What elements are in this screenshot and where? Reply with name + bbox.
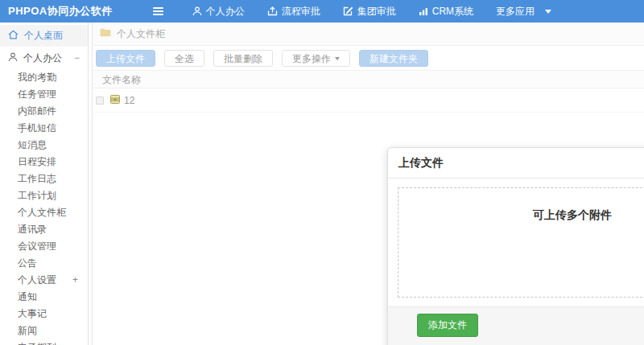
sidebar-group-label: 个人办公 <box>23 51 62 65</box>
sidebar-item-label: 公告 <box>18 257 37 269</box>
sidebar-item-label: 手机短信 <box>18 122 56 133</box>
sidebar-item-label: 通知 <box>18 291 37 302</box>
sidebar-item-meeting-management[interactable]: 会议管理 <box>0 238 88 255</box>
sidebar-item-label: 日程安排 <box>18 156 56 167</box>
sidebar-item-label: 任务管理 <box>18 88 56 100</box>
sidebar-item-contacts[interactable]: 通讯录 <box>0 221 88 238</box>
content-header: 个人文件柜 <box>93 23 644 46</box>
button-label: 更多操作 <box>292 54 331 64</box>
modal-footer: 添加文件 <box>388 306 644 345</box>
nav-item-label: 流程审批 <box>282 5 320 18</box>
sidebar: 个人桌面 个人办公 − 我的考勤 任务管理 内部邮件 手机短信 短消息 日程安排… <box>0 23 89 345</box>
row-checkbox[interactable] <box>96 97 104 105</box>
more-actions-dropdown-button[interactable]: 更多操作 <box>282 50 350 67</box>
batch-delete-button[interactable]: 批量删除 <box>213 50 273 67</box>
upload-file-modal: 上传文件 可上传多个附件 添加文件 <box>387 147 644 345</box>
sidebar-item-work-log[interactable]: 工作日志 <box>0 170 88 187</box>
nav-item-group-approval[interactable]: 集团审批 <box>332 0 407 23</box>
breadcrumb: 个人文件柜 <box>117 27 165 41</box>
sidebar-item-label: 大事记 <box>18 308 47 319</box>
sidebar-item-label: 工作日志 <box>18 173 56 184</box>
file-table-header: 文件名称 <box>93 70 644 88</box>
button-label: 添加文件 <box>428 319 467 331</box>
caret-down-icon <box>335 57 340 60</box>
navbar-menu: 个人办公 流程审批 集团审批 CRM系统 更多应用 <box>181 0 563 23</box>
sidebar-item-label: 通讯录 <box>18 224 47 235</box>
sidebar-item-news[interactable]: 新闻 <box>0 322 88 339</box>
sidebar-item-label: 电子期刊 <box>18 342 56 345</box>
collapse-minus-indicator[interactable]: − <box>74 52 80 64</box>
button-label: 全选 <box>175 54 194 64</box>
caret-down-icon <box>545 10 551 14</box>
user-icon <box>8 52 18 64</box>
sidebar-item-label: 个人设置 <box>18 274 56 285</box>
sidebar-item-personal-desktop[interactable]: 个人桌面 <box>0 25 88 47</box>
select-all-button[interactable]: 全选 <box>164 50 204 67</box>
home-icon <box>8 30 19 42</box>
modal-title: 上传文件 <box>398 156 444 169</box>
modal-body: 可上传多个附件 <box>388 179 644 306</box>
sidebar-item-label: 个人桌面 <box>24 29 63 43</box>
sidebar-item-personal-file-cabinet[interactable]: 个人文件柜 <box>0 204 88 221</box>
sidebar-item-schedule[interactable]: 日程安排 <box>0 154 88 170</box>
sidebar-item-label: 短消息 <box>18 139 47 150</box>
sidebar-item-label: 工作计划 <box>18 190 56 201</box>
nav-item-personal-office[interactable]: 个人办公 <box>181 0 256 23</box>
file-dropzone[interactable]: 可上传多个附件 <box>398 187 644 298</box>
new-folder-button[interactable]: 新建文件夹 <box>359 50 428 67</box>
button-label: 新建文件夹 <box>369 54 418 64</box>
file-name: 12 <box>124 95 134 106</box>
sidebar-item-internal-mail[interactable]: 内部邮件 <box>0 103 88 120</box>
button-label: 批量删除 <box>224 54 262 64</box>
bar-chart-icon <box>419 6 428 16</box>
sidebar-item-task-management[interactable]: 任务管理 <box>0 86 88 103</box>
workflow-icon <box>267 6 278 16</box>
modal-header: 上传文件 <box>388 148 644 179</box>
sidebar-item-my-attendance[interactable]: 我的考勤 <box>0 69 88 86</box>
sidebar-item-short-message[interactable]: 短消息 <box>0 137 88 154</box>
button-label: 上传文件 <box>106 54 145 64</box>
sidebar-group-personal-office[interactable]: 个人办公 − <box>0 47 88 69</box>
dropzone-hint-text: 可上传多个附件 <box>533 208 612 221</box>
sidebar-item-work-plan[interactable]: 工作计划 <box>0 187 88 204</box>
nav-item-label: CRM系统 <box>432 5 473 18</box>
sidebar-item-personal-settings[interactable]: 个人设置 + <box>0 272 88 289</box>
sidebar-item-label: 会议管理 <box>18 240 56 252</box>
top-navbar: PHPOA协同办公软件 个人办公 流程审批 集团审批 <box>0 0 644 23</box>
sidebar-item-announcement[interactable]: 公告 <box>0 255 88 272</box>
sidebar-item-major-events[interactable]: 大事记 <box>0 306 88 322</box>
expand-plus-indicator[interactable]: + <box>72 272 78 289</box>
file-table-row[interactable]: 12 <box>93 88 644 113</box>
sidebar-item-label: 新闻 <box>18 325 37 336</box>
upload-file-button[interactable]: 上传文件 <box>96 50 155 67</box>
sidebar-item-label: 个人文件柜 <box>18 207 66 218</box>
file-cabinet-icon <box>109 93 121 108</box>
sidebar-item-label: 内部邮件 <box>18 105 56 117</box>
toolbar: 上传文件 全选 批量删除 更多操作 新建文件夹 <box>93 46 644 70</box>
app-brand: PHPOA协同办公软件 <box>0 4 121 18</box>
folder-icon <box>100 28 111 39</box>
column-header-file-name: 文件名称 <box>102 74 141 85</box>
sidebar-item-mobile-sms[interactable]: 手机短信 <box>0 120 88 137</box>
sidebar-item-label: 我的考勤 <box>18 72 56 83</box>
nav-item-label: 集团审批 <box>357 5 396 18</box>
menu-toggle-icon[interactable] <box>150 4 167 18</box>
add-file-button[interactable]: 添加文件 <box>417 314 478 337</box>
edit-icon <box>343 6 353 16</box>
nav-item-crm-system[interactable]: CRM系统 <box>407 0 485 23</box>
nav-item-label: 个人办公 <box>206 5 245 18</box>
nav-item-more-apps[interactable]: 更多应用 <box>485 0 563 23</box>
nav-item-label: 更多应用 <box>496 5 535 18</box>
user-icon <box>192 6 202 16</box>
sidebar-item-e-journal[interactable]: 电子期刊 <box>0 339 88 345</box>
sidebar-submenu: 我的考勤 任务管理 内部邮件 手机短信 短消息 日程安排 工作日志 工作计划 个… <box>0 69 88 345</box>
app-window: PHPOA协同办公软件 个人办公 流程审批 集团审批 <box>0 0 644 345</box>
sidebar-item-notification[interactable]: 通知 <box>0 289 88 306</box>
nav-item-workflow-approval[interactable]: 流程审批 <box>256 0 332 23</box>
